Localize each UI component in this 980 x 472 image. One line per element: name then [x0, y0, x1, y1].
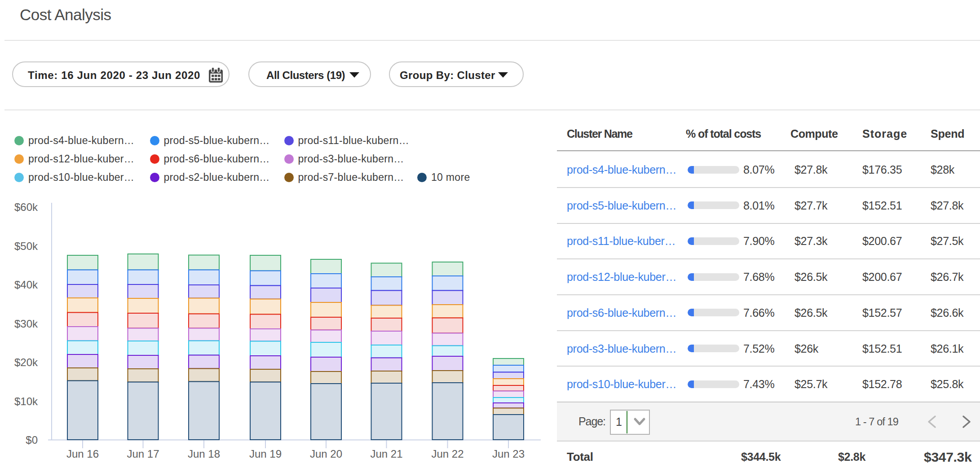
svg-text:$30k: $30k	[14, 318, 38, 330]
svg-text:Jun 19: Jun 19	[249, 448, 282, 460]
svg-text:Jun 23: Jun 23	[492, 448, 525, 460]
svg-text:Jun 18: Jun 18	[188, 448, 220, 460]
svg-text:$60k: $60k	[14, 201, 38, 213]
svg-text:$10k: $10k	[14, 395, 38, 407]
svg-text:Jun 16: Jun 16	[66, 448, 99, 460]
svg-text:Jun 21: Jun 21	[370, 448, 402, 460]
svg-text:Jun 17: Jun 17	[127, 448, 159, 460]
svg-text:$50k: $50k	[14, 240, 38, 252]
svg-text:Jun 22: Jun 22	[431, 448, 464, 460]
svg-text:$0: $0	[26, 434, 38, 446]
svg-text:$20k: $20k	[14, 356, 38, 368]
svg-text:Jun 20: Jun 20	[310, 448, 342, 460]
svg-text:$40k: $40k	[14, 279, 38, 291]
